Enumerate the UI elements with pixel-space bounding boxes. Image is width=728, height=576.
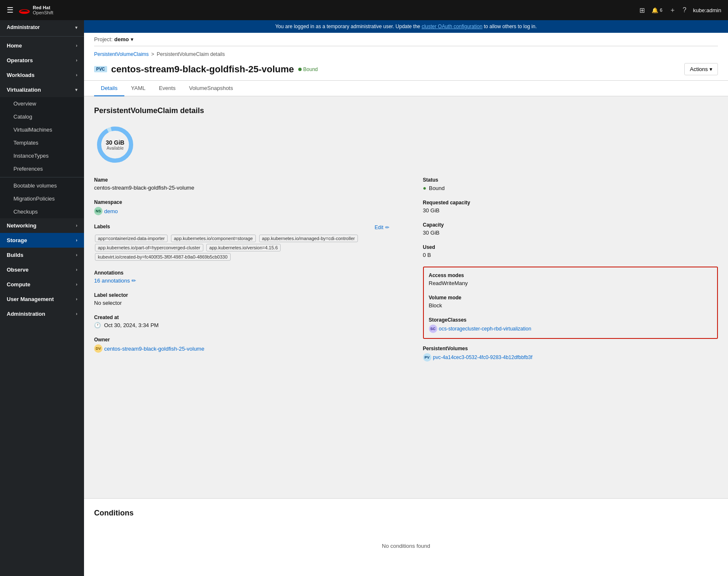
bound-status-text: Bound xyxy=(303,66,318,72)
home-label: Home xyxy=(7,42,22,49)
sidebar-item-catalog[interactable]: Catalog xyxy=(0,110,84,123)
project-dropdown-icon[interactable]: ▾ xyxy=(131,36,134,42)
donut-chart: 30 GiB Available xyxy=(94,124,136,166)
administration-label: Administration xyxy=(7,311,45,317)
actions-chevron-icon: ▾ xyxy=(710,66,712,72)
sidebar-divider-1 xyxy=(0,36,84,37)
sidebar-item-checkups[interactable]: Checkups xyxy=(0,205,84,218)
label-selector-value: No selector xyxy=(94,300,389,306)
plus-icon[interactable]: ＋ xyxy=(669,6,676,15)
persistent-volumes-value: PV pvc-4a14cec3-0532-4fc0-9283-4b12dfbbf… xyxy=(423,353,718,362)
detail-row-persistent-volumes: PersistentVolumes PV pvc-4a14cec3-0532-4… xyxy=(423,346,718,362)
pv-badge-icon: PV xyxy=(423,353,431,362)
sidebar-item-overview[interactable]: Overview xyxy=(0,97,84,110)
alert-text: You are logged in as a temporary adminis… xyxy=(275,24,420,29)
owner-link[interactable]: centos-stream9-black-goldfish-25-volume xyxy=(104,346,204,352)
persistent-volumes-link[interactable]: pvc-4a14cec3-0532-4fc0-9283-4b12dfbbfb3f xyxy=(433,354,533,360)
sidebar-item-virtualmachines[interactable]: VirtualMachines xyxy=(0,123,84,136)
storage-classes-link[interactable]: ocs-storagecluster-ceph-rbd-virtualizati… xyxy=(439,326,531,332)
labels-label: Labels xyxy=(94,224,110,230)
annotations-link[interactable]: 16 annotations ✏ xyxy=(94,277,389,284)
virtualization-label: Virtualization xyxy=(7,87,41,93)
tab-details[interactable]: Details xyxy=(94,81,124,96)
workloads-label: Workloads xyxy=(7,72,34,78)
storage-chevron: › xyxy=(76,238,77,243)
sidebar-item-virtualization[interactable]: Virtualization ▾ xyxy=(0,82,84,97)
conditions-title: Conditions xyxy=(94,509,718,518)
user-management-chevron: › xyxy=(76,297,77,301)
breadcrumb: PersistentVolumeClaims > PersistentVolum… xyxy=(94,46,718,60)
sidebar-item-migration-policies[interactable]: MigrationPolicies xyxy=(0,192,84,205)
administration-chevron: › xyxy=(76,312,77,316)
no-conditions-text: No conditions found xyxy=(94,526,718,566)
donut-center-text: 30 GiB Available xyxy=(106,139,124,151)
help-icon[interactable]: ? xyxy=(683,6,686,14)
notifications-button[interactable]: 🔔 6 xyxy=(652,7,662,13)
username-button[interactable]: kube:admin xyxy=(693,7,721,13)
created-at-text: Oct 30, 2024, 3:34 PM xyxy=(104,322,159,328)
builds-chevron: › xyxy=(76,253,77,257)
sidebar-item-networking[interactable]: Networking › xyxy=(0,218,84,233)
sidebar-item-compute[interactable]: Compute › xyxy=(0,277,84,292)
notification-count: 6 xyxy=(660,8,662,13)
detail-row-namespace: Namespace NS demo xyxy=(94,199,389,215)
status-value: ● Bound xyxy=(423,185,718,191)
namespace-link[interactable]: demo xyxy=(104,208,118,214)
owner-label: Owner xyxy=(94,337,389,343)
created-at-value: 🕐 Oct 30, 2024, 3:34 PM xyxy=(94,322,389,328)
storage-classes-label: StorageClasses xyxy=(429,317,712,323)
sidebar-item-home[interactable]: Home › xyxy=(0,38,84,53)
actions-button[interactable]: Actions ▾ xyxy=(684,63,718,75)
builds-label: Builds xyxy=(7,252,24,258)
sidebar-item-templates[interactable]: Templates xyxy=(0,136,84,149)
apps-icon[interactable]: ⊞ xyxy=(639,6,645,14)
tab-events[interactable]: Events xyxy=(152,81,182,96)
project-name[interactable]: demo xyxy=(114,36,129,42)
page-header: Project: demo ▾ PersistentVolumeClaims >… xyxy=(84,33,728,81)
status-text: Bound xyxy=(429,185,445,191)
breadcrumb-parent[interactable]: PersistentVolumeClaims xyxy=(94,51,149,57)
pencil-annotations-icon: ✏ xyxy=(131,277,136,284)
sidebar-item-administration[interactable]: Administration › xyxy=(0,306,84,321)
sidebar-item-user-management[interactable]: User Management › xyxy=(0,292,84,306)
detail-row-created-at: Created at 🕐 Oct 30, 2024, 3:34 PM xyxy=(94,314,389,328)
sidebar-item-operators[interactable]: Operators › xyxy=(0,53,84,68)
oauth-config-link[interactable]: cluster OAuth configuration xyxy=(422,24,483,29)
networking-label: Networking xyxy=(7,222,37,229)
sidebar-item-instancetypes[interactable]: InstanceTypes xyxy=(0,149,84,162)
virt-sub-divider xyxy=(0,177,84,177)
status-bound-dot: ● xyxy=(423,185,426,191)
donut-chart-container: 30 GiB Available xyxy=(94,124,718,167)
sidebar-item-storage[interactable]: Storage › xyxy=(0,233,84,248)
namespace-label: Namespace xyxy=(94,199,389,205)
content-area: You are logged in as a temporary adminis… xyxy=(84,20,728,576)
breadcrumb-current: PersistentVolumeClaim details xyxy=(157,51,225,57)
admin-section-header[interactable]: Administrator ▾ xyxy=(0,20,84,34)
bound-status-badge: Bound xyxy=(298,66,318,72)
labels-edit-link[interactable]: Edit ✏ xyxy=(375,225,389,230)
label-tag-2: app.kubernetes.io/component=storage xyxy=(171,235,256,242)
storage-label: Storage xyxy=(7,237,27,243)
detail-row-volume-mode: Volume mode Block xyxy=(429,295,712,309)
compute-chevron: › xyxy=(76,282,77,287)
sidebar-item-preferences[interactable]: Preferences xyxy=(0,162,84,175)
actions-label: Actions xyxy=(690,66,708,72)
hamburger-menu[interactable]: ☰ xyxy=(7,5,13,15)
storage-classes-value: SC ocs-storagecluster-ceph-rbd-virtualiz… xyxy=(429,325,712,333)
tab-yaml[interactable]: YAML xyxy=(124,81,152,96)
details-grid: Name centos-stream9-black-goldfish-25-vo… xyxy=(94,177,718,370)
detail-row-owner: Owner DV centos-stream9-black-goldfish-2… xyxy=(94,337,389,353)
detail-row-status: Status ● Bound xyxy=(423,177,718,191)
tab-volume-snapshots[interactable]: VolumeSnapshots xyxy=(182,81,240,96)
bound-dot-icon xyxy=(298,68,302,71)
name-label: Name xyxy=(94,177,389,183)
sidebar-item-observe[interactable]: Observe › xyxy=(0,262,84,277)
sidebar-item-bootable-volumes[interactable]: Bootable volumes xyxy=(0,179,84,192)
used-label: Used xyxy=(423,244,718,250)
sidebar-item-builds[interactable]: Builds › xyxy=(0,248,84,262)
logo-text: Red Hat OpenShift xyxy=(33,5,53,15)
sidebar-item-workloads[interactable]: Workloads › xyxy=(0,68,84,82)
bell-icon: 🔔 xyxy=(652,7,658,13)
sc-badge-icon: SC xyxy=(429,325,437,333)
edit-label: Edit xyxy=(375,225,384,230)
